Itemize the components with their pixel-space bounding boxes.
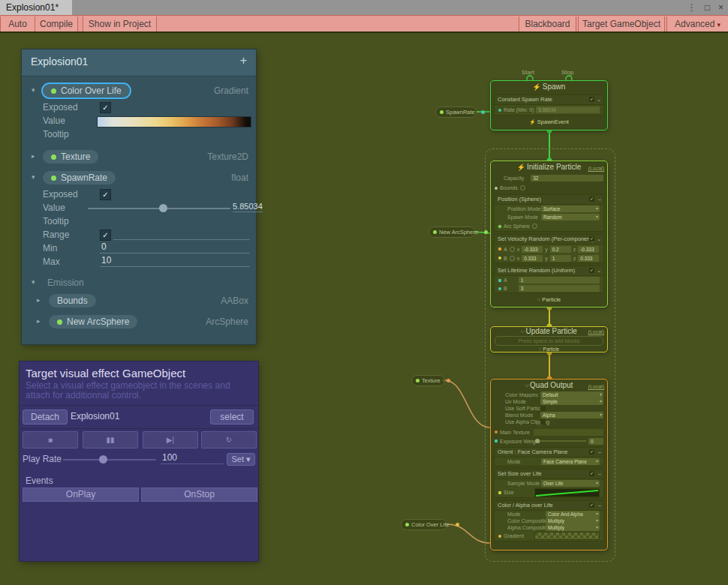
play-rate-field[interactable]: [161, 452, 224, 464]
chevron-right-icon[interactable]: ▸: [32, 152, 35, 160]
select-button[interactable]: select: [210, 410, 254, 424]
rate-port-icon[interactable]: [498, 109, 501, 112]
alpha-clipping-checkbox[interactable]: [540, 419, 546, 424]
exposure-weight-value[interactable]: 0: [588, 438, 603, 445]
bounds-space-icon[interactable]: [520, 185, 525, 190]
velocity-b-port-icon[interactable]: [498, 256, 501, 260]
main-texture-field[interactable]: [534, 429, 603, 436]
block-collapse-icon[interactable]: –: [598, 195, 601, 204]
bounds-port-icon[interactable]: [495, 187, 498, 190]
blend-mode-dropdown[interactable]: Alpha: [540, 412, 603, 418]
texture-output-port[interactable]: [447, 379, 450, 382]
velocity-b-link-icon[interactable]: [510, 256, 515, 261]
block-enabled-checkbox[interactable]: [589, 471, 594, 476]
set-size-over-life-block[interactable]: Set Size over Life – Sample Mode Over Li…: [494, 469, 604, 498]
spawnrate-parameter-node[interactable]: SpawnRate ‹: [435, 106, 477, 118]
spawn-mode-dropdown[interactable]: Random: [541, 214, 600, 220]
compile-button[interactable]: Compile: [35, 16, 78, 32]
color-over-life-output-port[interactable]: [456, 523, 459, 526]
target-gameobject-toggle-button[interactable]: Target GameObject: [578, 16, 665, 32]
initialize-space-badge[interactable]: (Local): [588, 163, 604, 175]
graph-canvas[interactable]: Start Stop ⚡Spawn Constant Spawn Rate ⌄ …: [0, 32, 728, 585]
expand-icon[interactable]: ‹: [477, 110, 479, 115]
step-button[interactable]: ▶|: [143, 431, 198, 448]
sample-mode-dropdown[interactable]: Over Life: [541, 480, 600, 487]
exposure-weight-port-icon[interactable]: [495, 440, 498, 442]
block-enabled-checkbox[interactable]: [589, 97, 594, 102]
block-collapse-icon[interactable]: –: [598, 448, 601, 457]
spawnrate-pill[interactable]: SpawnRate: [43, 171, 116, 184]
arc-sphere-space-icon[interactable]: [532, 224, 537, 229]
uv-mode-dropdown[interactable]: Simple: [540, 398, 603, 405]
play-rate-slider-knob[interactable]: [99, 455, 107, 464]
pause-button[interactable]: ▮▮: [83, 431, 138, 448]
chevron-down-icon[interactable]: ▾: [32, 86, 35, 94]
blackboard-toggle-button[interactable]: Blackboard: [519, 16, 576, 32]
expand-icon[interactable]: ‹: [451, 522, 453, 527]
velocity-a-link-icon[interactable]: [510, 247, 515, 252]
velocity-b-x-field[interactable]: 0.333: [522, 255, 543, 262]
quad-output-node[interactable]: ∵Quad Output (Local) Color Mapping Mode …: [490, 379, 608, 550]
stop-button[interactable]: ■: [23, 431, 78, 448]
block-enabled-checkbox[interactable]: [589, 502, 594, 508]
asset-tab[interactable]: Explosion01*: [0, 0, 72, 15]
alpha-composition-dropdown[interactable]: Multiply: [546, 524, 600, 531]
block-enabled-checkbox[interactable]: [589, 449, 594, 454]
block-collapse-icon[interactable]: –: [598, 501, 601, 510]
exposed-checkbox[interactable]: [100, 189, 111, 200]
set-lifetime-random-header[interactable]: Set Lifetime Random (Uniform) ⌄: [495, 266, 603, 276]
block-collapse-icon[interactable]: –: [598, 470, 601, 478]
spawn-context-node[interactable]: ⚡Spawn Constant Spawn Rate ⌄ Rate (Min: …: [490, 80, 608, 130]
arc-sphere-port-icon[interactable]: [498, 224, 502, 229]
min-field[interactable]: [100, 242, 250, 254]
velocity-b-z-field[interactable]: 0.333: [578, 255, 599, 262]
close-icon[interactable]: ×: [718, 2, 723, 13]
color-alpha-over-life-block[interactable]: Color / Alpha over Life – Mode Color And…: [494, 500, 604, 542]
value-slider-knob[interactable]: [159, 204, 167, 212]
main-texture-port-icon[interactable]: [495, 430, 498, 434]
exposure-weight-slider[interactable]: [534, 440, 586, 442]
exposure-weight-knob[interactable]: [535, 439, 540, 443]
constant-spawn-rate-header[interactable]: Constant Spawn Rate ⌄: [495, 95, 603, 105]
velocity-a-x-field[interactable]: -0.333: [522, 246, 543, 253]
set-lifetime-random-block[interactable]: Set Lifetime Random (Uniform) ⌄ A 1 B 3: [494, 266, 604, 293]
position-sphere-block[interactable]: Position (Sphere) – Position Mode Surfac…: [494, 194, 604, 232]
size-port-icon[interactable]: [498, 491, 501, 494]
exposed-checkbox[interactable]: [100, 102, 111, 113]
position-sphere-header[interactable]: Position (Sphere) –: [495, 195, 603, 205]
gradient-field[interactable]: [534, 532, 600, 540]
texture-pill[interactable]: Texture: [43, 150, 98, 164]
lifetime-a-field[interactable]: 1: [519, 277, 600, 284]
block-enabled-checkbox[interactable]: [589, 236, 594, 242]
constant-spawn-rate-block[interactable]: Constant Spawn Rate ⌄ Rate (Min: 0) 5.85…: [494, 94, 604, 116]
orient-block[interactable]: Orient : Face Camera Plane – Mode Face C…: [494, 447, 604, 466]
show-in-project-button[interactable]: Show in Project: [83, 16, 157, 32]
max-field[interactable]: [100, 255, 250, 267]
expand-icon[interactable]: ‹: [443, 378, 444, 383]
advanced-dropdown-button[interactable]: Advanced▾: [666, 16, 728, 32]
velocity-b-y-field[interactable]: 1: [550, 255, 571, 262]
block-collapse-icon[interactable]: ⌄: [597, 235, 601, 244]
emission-category-row[interactable]: ▾ Emission: [22, 276, 256, 290]
texture-parameter-node[interactable]: Texture ‹: [411, 375, 445, 386]
onstop-button[interactable]: OnStop: [141, 488, 257, 502]
maximize-icon[interactable]: □: [705, 2, 710, 13]
block-collapse-icon[interactable]: ⌄: [597, 95, 601, 104]
velocity-a-y-field[interactable]: 0.2: [550, 246, 571, 253]
value-number-field[interactable]: 5.85034: [233, 202, 263, 212]
color-mode-dropdown[interactable]: Color And Alpha: [546, 511, 600, 518]
block-enabled-checkbox[interactable]: [589, 196, 594, 202]
auto-button[interactable]: Auto: [0, 16, 35, 32]
velocity-a-z-field[interactable]: -0.333: [578, 246, 599, 253]
gradient-value-field[interactable]: [97, 116, 251, 128]
add-parameter-button[interactable]: +: [240, 54, 247, 68]
window-menu-icon[interactable]: ⋮: [687, 2, 696, 13]
velocity-a-port-icon[interactable]: [498, 248, 501, 250]
orient-mode-dropdown[interactable]: Face Camera Plane: [541, 458, 600, 465]
set-dropdown-button[interactable]: Set ▾: [227, 453, 255, 466]
rate-value-field[interactable]: 5.85034: [536, 106, 600, 113]
update-particle-node[interactable]: ∵Update Particle (Local) Press space to …: [490, 326, 608, 352]
chevron-down-icon[interactable]: ▾: [32, 173, 35, 181]
initialize-particle-node[interactable]: ⚡Initialize Particle (Local) Capacity 32…: [490, 160, 608, 308]
color-composition-dropdown[interactable]: Multiply: [546, 518, 600, 524]
